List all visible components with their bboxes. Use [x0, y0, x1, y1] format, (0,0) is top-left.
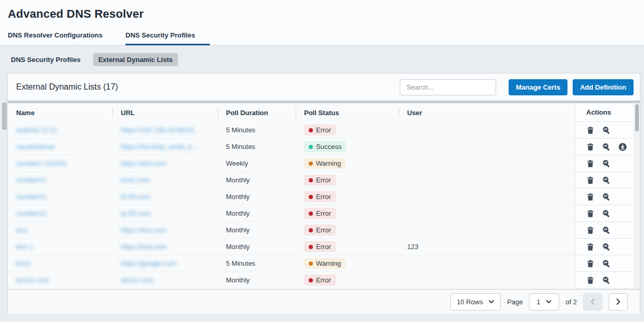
test-icon[interactable] — [602, 259, 611, 268]
chevron-down-icon — [546, 300, 552, 304]
download-icon[interactable] — [618, 143, 627, 151]
delete-icon[interactable] — [586, 126, 595, 134]
status-label: Error — [316, 243, 331, 251]
rows-per-page-value: 10 Rows — [457, 298, 483, 306]
row-name-link[interactable]: test12.com — [16, 276, 49, 284]
chevron-left-icon — [590, 298, 595, 305]
row-url-link[interactable]: https://list.b/ad_small_d… — [121, 143, 198, 151]
page-total-label: of 2 — [565, 298, 577, 306]
page-label: Page — [507, 298, 523, 306]
row-actions — [575, 205, 635, 222]
col-header-url: URL — [112, 103, 218, 122]
row-url-link[interactable]: tdst12.com — [121, 276, 154, 284]
test-icon[interactable] — [602, 176, 611, 184]
row-url-link[interactable]: https://test.com — [121, 226, 167, 234]
table-row: my.elasticsal https://list.b/ad_small_d…… — [8, 139, 640, 155]
test-icon[interactable] — [602, 143, 611, 151]
search-box — [400, 79, 496, 95]
list-title: External Dynamic Lists (17) — [16, 82, 118, 92]
row-url-link[interactable]: test1.com — [121, 176, 150, 184]
left-scrollbar-thumb[interactable] — [2, 103, 7, 130]
delete-icon[interactable] — [586, 176, 595, 184]
row-url-link[interactable]: https://192.168.43.66/18… — [121, 126, 200, 134]
status-label: Error — [316, 126, 331, 134]
manage-certs-button[interactable]: Manage Certs — [509, 79, 567, 95]
row-name-link[interactable]: number12 — [16, 209, 47, 217]
poll-status-badge: Error — [304, 208, 336, 219]
table-row: number01 t0.05.com Monthly Error — [8, 189, 640, 205]
rows-per-page-select[interactable]: 10 Rows — [450, 293, 501, 311]
subtab-dns-security-profiles[interactable]: DNS Security Profiles — [11, 56, 81, 64]
table-row: test12.com tdst12.com Monthly Error — [8, 272, 640, 289]
row-name-link[interactable]: number01 — [16, 176, 47, 184]
next-page-button[interactable] — [609, 293, 628, 311]
delete-icon[interactable] — [586, 276, 595, 284]
add-definition-button[interactable]: Add Definition — [573, 79, 634, 95]
test-icon[interactable] — [602, 243, 611, 251]
delete-icon[interactable] — [586, 193, 595, 201]
test-icon[interactable] — [602, 226, 611, 234]
poll-status-badge: Warning — [304, 158, 346, 169]
delete-icon[interactable] — [586, 209, 595, 218]
delete-icon[interactable] — [586, 143, 595, 151]
test-icon[interactable] — [602, 276, 611, 284]
row-actions — [575, 139, 635, 155]
row-url-link[interactable]: tp.05.com — [121, 209, 150, 217]
col-header-actions: Actions — [575, 103, 635, 122]
table-row: test https://test.com Monthly Error — [8, 222, 640, 239]
page-header: Advanced DNS Resolver DNS Resolver Confi… — [0, 0, 644, 45]
row-url-link[interactable]: https://test.com — [121, 243, 167, 251]
status-dot — [309, 162, 313, 166]
poll-status-badge: Error — [304, 175, 336, 185]
test-icon[interactable] — [602, 209, 611, 218]
poll-status-badge: Error — [304, 191, 336, 202]
row-poll-duration: 5 Minutes — [218, 122, 296, 139]
pagination-bar: 10 Rows Page 1 of 2 — [8, 289, 640, 314]
row-name-link[interactable]: test — [16, 226, 27, 234]
test-icon[interactable] — [602, 126, 611, 134]
chevron-down-icon — [488, 300, 495, 304]
status-dot — [309, 195, 313, 199]
row-url-link[interactable]: https://test.com — [121, 159, 167, 167]
row-poll-duration: 5 Minutes — [218, 255, 296, 272]
row-poll-duration: Monthly — [218, 205, 296, 222]
tab-dns-resolver-configurations[interactable]: DNS Resolver Configurations — [8, 31, 106, 45]
status-label: Error — [316, 276, 331, 284]
status-label: Error — [316, 176, 331, 184]
test-icon[interactable] — [602, 193, 611, 201]
page-number-select[interactable]: 1 — [529, 293, 559, 311]
poll-status-badge: Error — [304, 125, 336, 135]
status-label: Error — [316, 193, 331, 201]
table-row: number01 test1.com Monthly Error — [8, 172, 640, 189]
status-dot — [309, 262, 313, 266]
panel-toolbar: External Dynamic Lists (17) Manage Certs… — [8, 73, 640, 101]
delete-icon[interactable] — [586, 259, 595, 268]
subtab-external-dynamic-lists[interactable]: External Dynamic Lists — [93, 53, 178, 66]
row-name-link[interactable]: test1 — [16, 259, 31, 267]
test-icon[interactable] — [602, 159, 611, 168]
row-actions — [575, 122, 635, 139]
status-dot — [309, 278, 313, 282]
row-name-link[interactable]: android 10.11 — [16, 126, 57, 134]
delete-icon[interactable] — [586, 243, 595, 251]
table-row: test1 https://google.com 5 Minutes Warni… — [8, 255, 640, 272]
row-actions — [575, 239, 635, 255]
row-url-link[interactable]: https://google.com — [121, 259, 176, 267]
row-name-link[interactable]: test 1 — [16, 243, 33, 251]
row-name-link[interactable]: number1.010101 — [16, 159, 67, 167]
table-row: number1.010101 https://test.com Weekly W… — [8, 155, 640, 172]
row-name-link[interactable]: number01 — [16, 193, 47, 201]
table-row: test 1 https://test.com Monthly Error 12… — [8, 239, 640, 255]
poll-status-badge: Error — [304, 225, 336, 236]
search-input[interactable] — [407, 83, 498, 91]
row-url-link[interactable]: t0.05.com — [121, 193, 150, 201]
row-name-link[interactable]: my.elasticsal — [16, 143, 54, 151]
delete-icon[interactable] — [586, 226, 595, 234]
vertical-scrollbar[interactable] — [634, 103, 640, 289]
row-user — [399, 272, 575, 289]
chevron-right-icon — [616, 298, 621, 305]
scrollbar-thumb[interactable] — [635, 104, 639, 131]
tab-dns-security-profiles[interactable]: DNS Security Profiles — [125, 31, 210, 45]
delete-icon[interactable] — [586, 159, 595, 168]
previous-page-button[interactable] — [583, 293, 602, 311]
